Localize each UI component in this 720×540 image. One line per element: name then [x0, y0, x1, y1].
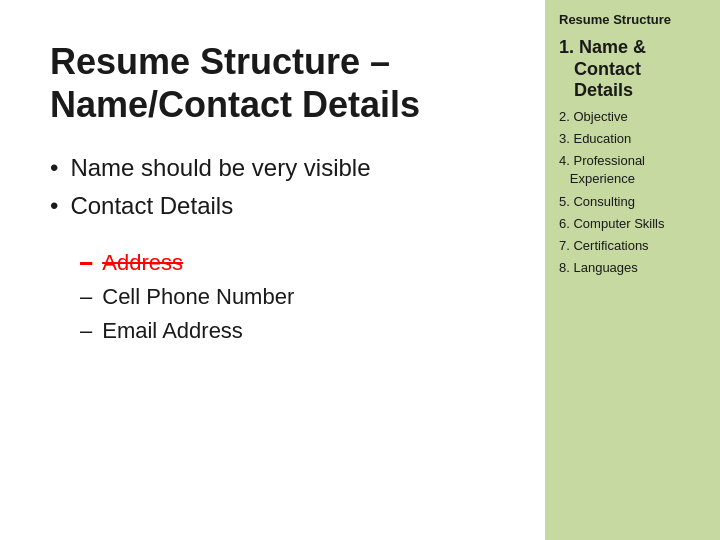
bullet-item-1: Name should be very visible	[50, 154, 515, 182]
sub-item-email: Email Address	[80, 318, 515, 344]
sidebar-item-5: 5. Consulting	[559, 193, 706, 211]
main-content: Resume Structure – Name/Contact Details …	[0, 0, 545, 540]
sidebar-item-4: 4. Professional Experience	[559, 152, 706, 188]
sub-list: Address Cell Phone Number Email Address	[80, 250, 515, 352]
sidebar-title: Resume Structure	[559, 12, 706, 27]
title-line2: Name/Contact Details	[50, 84, 420, 125]
sidebar-item-2: 2. Objective	[559, 108, 706, 126]
sidebar-item-3: 3. Education	[559, 130, 706, 148]
bullet-item-2: Contact Details	[50, 192, 515, 220]
sub-item-address: Address	[80, 250, 515, 276]
sidebar-item-1: 1. Name & Contact Details	[559, 37, 706, 102]
slide-title: Resume Structure – Name/Contact Details	[50, 40, 515, 126]
sidebar-list: 1. Name & Contact Details 2. Objective 3…	[559, 37, 706, 281]
sub-item-phone: Cell Phone Number	[80, 284, 515, 310]
sidebar-item-7: 7. Certifications	[559, 237, 706, 255]
sidebar-item-6: 6. Computer Skills	[559, 215, 706, 233]
sidebar-item-8: 8. Languages	[559, 259, 706, 277]
sidebar: Resume Structure 1. Name & Contact Detai…	[545, 0, 720, 540]
title-line1: Resume Structure –	[50, 41, 390, 82]
bullet-list: Name should be very visible Contact Deta…	[50, 154, 515, 230]
